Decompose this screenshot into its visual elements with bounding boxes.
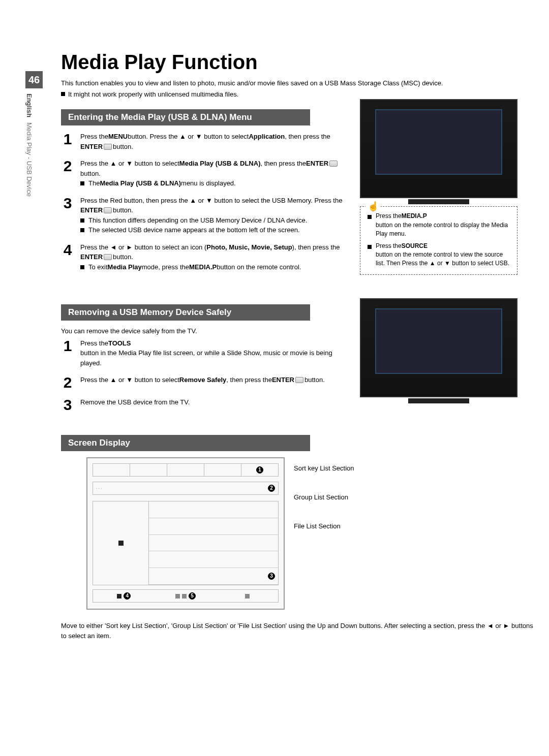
step-body: Press the TOOLS button in the Media Play… (80, 338, 351, 368)
enter-icon (104, 144, 112, 150)
step-sub-note: The Media Play (USB & DLNA) menu is disp… (80, 178, 351, 188)
diagram-marker-2: 2 (268, 485, 275, 492)
step-row: 3 Remove the USB device from the TV. (61, 397, 351, 413)
step-number: 1 (61, 132, 74, 151)
label-sort-key-section: Sort key List Section (294, 463, 354, 474)
step-number: 2 (61, 159, 74, 188)
step-row: 1 Press the MENU button. Press the ▲ or … (61, 132, 351, 151)
step-body: Press the MENU button. Press the ▲ or ▼ … (80, 132, 351, 151)
step-body: Press the ▲ or ▼ button to select Media … (80, 159, 351, 188)
step-sub-note: This function differs depending on the U… (80, 215, 351, 226)
section-heading-screen-display: Screen Display (61, 435, 310, 451)
enter-icon (329, 161, 338, 167)
tip-callout: ☝ Press the MEDIA.P button on the remote… (360, 206, 517, 274)
label-file-list-section: File List Section (294, 521, 354, 532)
diagram-box: 1 · · · 2 3 4 5 (86, 457, 285, 610)
side-language-label: English (25, 93, 33, 117)
intro-note-text: It might not work properly with unlicens… (68, 90, 238, 98)
step-sub-note: To exit Media Play mode, press the MEDIA… (80, 262, 351, 272)
intro-text: This function enables you to view and li… (61, 79, 534, 88)
enter-icon (104, 207, 112, 213)
step-number: 3 (61, 397, 74, 413)
step-body: Press the ▲ or ▼ button to select Remove… (80, 375, 351, 390)
label-group-list-section: Group List Section (294, 492, 354, 503)
section2-lead: You can remove the device safely from th… (61, 327, 351, 336)
step-body: Remove the USB device from the TV. (80, 397, 351, 413)
hand-icon: ☝ (365, 200, 381, 213)
step-sub-note: The selected USB device name appears at … (80, 225, 351, 235)
step-body: Press the ◄ or ► button to select an ico… (80, 242, 351, 272)
page-title: Media Play Function (61, 51, 534, 74)
step-number: 3 (61, 196, 74, 235)
tv-illustration (360, 99, 517, 198)
intro-note: It might not work properly with unlicens… (61, 90, 534, 99)
step-body: Press the Red button, then press the ▲ o… (80, 196, 351, 235)
enter-icon (104, 254, 112, 260)
enter-icon (295, 377, 303, 383)
sidebar: 46 English Media Play - USB Device (25, 71, 51, 197)
screen-display-diagram: 1 · · · 2 3 4 5 (61, 457, 534, 610)
diagram-marker-4: 4 (124, 592, 131, 600)
step-row: 2 Press the ▲ or ▼ button to select Remo… (61, 375, 351, 390)
diagram-marker-1: 1 (256, 466, 263, 474)
step-row: 2 Press the ▲ or ▼ button to select Medi… (61, 159, 351, 188)
step-number: 4 (61, 242, 74, 272)
diagram-marker-5: 5 (189, 592, 196, 600)
manual-page: 46 English Media Play - USB Device Media… (0, 0, 549, 756)
step-row: 4 Press the ◄ or ► button to select an i… (61, 242, 351, 272)
diagram-labels: Sort key List Section Group List Section… (294, 457, 354, 550)
step-row: 3 Press the Red button, then press the ▲… (61, 196, 351, 235)
section-heading-entering-menu: Entering the Media Play (USB & DLNA) Men… (61, 109, 310, 125)
side-section-label: Media Play - USB Device (25, 122, 33, 197)
diagram-marker-3: 3 (268, 573, 275, 580)
page-number: 46 (25, 71, 43, 88)
content-area: Media Play Function This function enable… (61, 51, 534, 641)
tv-illustration (360, 298, 517, 397)
step-number: 2 (61, 375, 74, 390)
step-row: 1 Press the TOOLS button in the Media Pl… (61, 338, 351, 368)
screen-display-description: Move to either 'Sort key List Section', … (61, 621, 534, 641)
tip-item: Press the MEDIA.P button on the remote c… (368, 212, 510, 238)
tip-item: Press the SOURCE button on the remote co… (368, 242, 510, 268)
section-heading-remove-usb: Removing a USB Memory Device Safely (61, 304, 310, 321)
step-number: 1 (61, 338, 74, 368)
